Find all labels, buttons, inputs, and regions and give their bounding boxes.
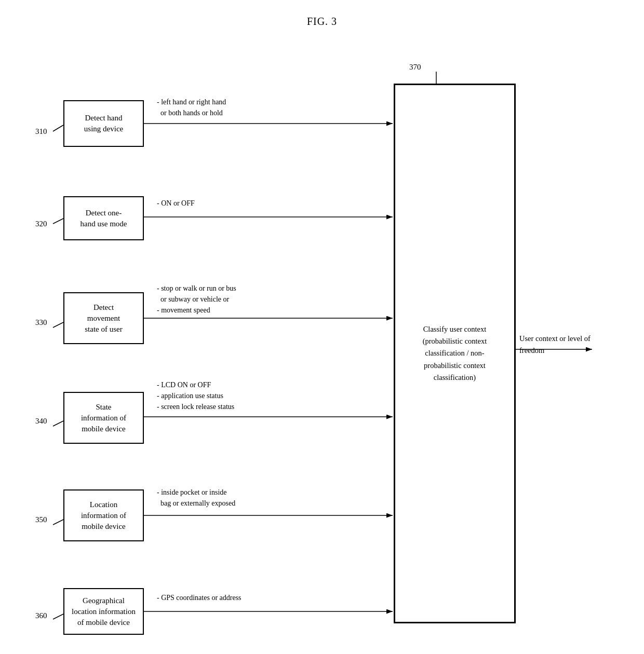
box-320-label: Detect one-hand use mode bbox=[81, 208, 127, 229]
box-310: Detect handusing device bbox=[63, 100, 144, 147]
desc-350: - inside pocket or inside bag or externa… bbox=[157, 487, 235, 509]
desc-310-text: - left hand or right hand or both hands … bbox=[157, 98, 226, 117]
box-360: Geographicallocation informationof mobil… bbox=[63, 588, 144, 635]
box-310-label: Detect handusing device bbox=[84, 113, 123, 134]
svg-line-5 bbox=[53, 421, 63, 426]
desc-330-text: - stop or walk or run or bus or subway o… bbox=[157, 284, 236, 314]
figure-title: FIG. 3 bbox=[21, 16, 623, 28]
ref-num-330: 330 bbox=[35, 318, 47, 327]
desc-360: - GPS coordinates or address bbox=[157, 592, 242, 603]
box-320: Detect one-hand use mode bbox=[63, 196, 144, 240]
box-350-label: Locationinformation ofmobile device bbox=[81, 499, 126, 532]
box-340: Stateinformation ofmobile device bbox=[63, 392, 144, 444]
desc-350-text: - inside pocket or inside bag or externa… bbox=[157, 488, 235, 507]
box-350: Locationinformation ofmobile device bbox=[63, 489, 144, 541]
desc-320: - ON or OFF bbox=[157, 198, 195, 209]
svg-line-6 bbox=[53, 520, 63, 525]
desc-320-text: - ON or OFF bbox=[157, 199, 195, 207]
ref-num-310: 310 bbox=[35, 127, 47, 136]
svg-line-4 bbox=[53, 322, 63, 328]
svg-line-3 bbox=[53, 219, 63, 224]
desc-340-text: - LCD ON or OFF- application use status-… bbox=[157, 381, 234, 411]
box-330: Detectmovementstate of user bbox=[63, 292, 144, 344]
ref-num-370: 370 bbox=[409, 63, 421, 72]
output-text: User context or level of freedom bbox=[519, 333, 602, 357]
diagram: 310 320 330 340 350 360 370 Detect handu… bbox=[21, 43, 623, 645]
box-340-label: Stateinformation ofmobile device bbox=[81, 402, 126, 434]
ref-num-350: 350 bbox=[35, 515, 47, 524]
svg-line-2 bbox=[53, 125, 63, 131]
box-360-label: Geographicallocation informationof mobil… bbox=[72, 595, 136, 628]
right-box-370: Classify user context(probabilistic cont… bbox=[394, 84, 516, 623]
desc-360-text: - GPS coordinates or address bbox=[157, 594, 242, 602]
desc-330: - stop or walk or run or bus or subway o… bbox=[157, 283, 236, 316]
ref-num-360: 360 bbox=[35, 611, 47, 620]
desc-310: - left hand or right hand or both hands … bbox=[157, 97, 226, 118]
page: FIG. 3 bbox=[0, 0, 644, 654]
ref-num-320: 320 bbox=[35, 220, 47, 228]
output-label: User context or level of freedom bbox=[519, 334, 591, 355]
ref-num-340: 340 bbox=[35, 417, 47, 426]
desc-340: - LCD ON or OFF- application use status-… bbox=[157, 379, 234, 412]
box-330-label: Detectmovementstate of user bbox=[85, 302, 122, 335]
svg-line-7 bbox=[53, 614, 63, 619]
right-box-370-label: Classify user context(probabilistic cont… bbox=[423, 323, 487, 384]
